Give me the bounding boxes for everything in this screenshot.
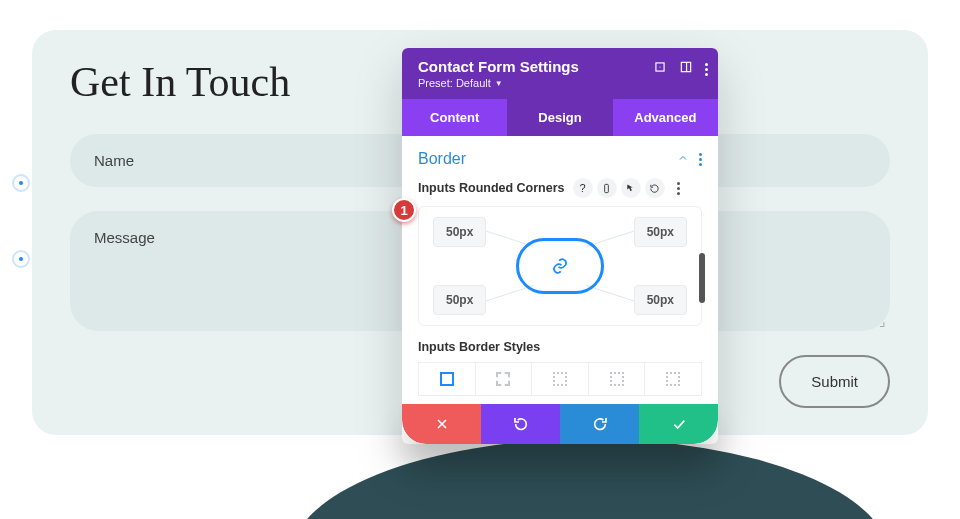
resize-handle-icon: ⌟ <box>879 313 886 329</box>
tab-bar: Content Design Advanced <box>402 99 718 136</box>
decorative-curve <box>290 439 890 519</box>
hover-icon[interactable] <box>621 178 641 198</box>
svg-point-1 <box>659 66 660 67</box>
reset-icon[interactable] <box>645 178 665 198</box>
corner-bottom-left[interactable]: 50px <box>433 285 486 315</box>
section-handle-icon[interactable] <box>12 174 30 192</box>
submit-button[interactable]: Submit <box>779 355 890 408</box>
corner-bottom-right[interactable]: 50px <box>634 285 687 315</box>
option-more-icon[interactable] <box>669 178 689 198</box>
rounded-corners-control: 50px 50px 50px 50px <box>418 206 702 326</box>
undo-button[interactable] <box>481 404 560 444</box>
corner-top-right[interactable]: 50px <box>634 217 687 247</box>
modal-header[interactable]: Contact Form Settings Preset: Default ▼ <box>402 48 718 99</box>
section-handle-icon[interactable] <box>12 250 30 268</box>
preset-label: Preset: Default <box>418 77 491 89</box>
phone-icon[interactable] <box>597 178 617 198</box>
styles-label: Inputs Border Styles <box>418 340 702 354</box>
border-style-dotted[interactable] <box>531 362 588 396</box>
option-label: Inputs Rounded Corners <box>418 181 565 195</box>
close-button[interactable] <box>402 404 481 444</box>
settings-modal: Contact Form Settings Preset: Default ▼ … <box>402 48 718 444</box>
message-placeholder: Message <box>94 229 155 246</box>
border-style-dashed[interactable] <box>475 362 532 396</box>
help-icon[interactable]: ? <box>573 178 593 198</box>
confirm-button[interactable] <box>639 404 718 444</box>
border-style-option[interactable] <box>588 362 645 396</box>
more-icon[interactable] <box>705 60 708 78</box>
annotation-marker: 1 <box>392 198 416 222</box>
section-more-icon[interactable] <box>699 153 702 166</box>
corner-top-left[interactable]: 50px <box>433 217 486 247</box>
tab-design[interactable]: Design <box>507 99 612 136</box>
section-title[interactable]: Border <box>418 150 466 168</box>
border-style-option[interactable] <box>644 362 702 396</box>
collapse-icon[interactable] <box>677 150 689 168</box>
tab-content[interactable]: Content <box>402 99 507 136</box>
scrollbar-thumb[interactable] <box>699 253 705 303</box>
modal-footer <box>402 404 718 444</box>
panel-icon[interactable] <box>679 60 693 78</box>
link-corners-toggle[interactable] <box>516 238 604 294</box>
preset-selector[interactable]: Preset: Default ▼ <box>418 77 702 89</box>
expand-icon[interactable] <box>653 60 667 78</box>
tab-advanced[interactable]: Advanced <box>613 99 718 136</box>
redo-button[interactable] <box>560 404 639 444</box>
link-icon <box>551 257 569 275</box>
border-style-solid[interactable] <box>418 362 475 396</box>
border-styles-row <box>418 362 702 396</box>
svg-rect-4 <box>605 184 609 192</box>
caret-down-icon: ▼ <box>495 79 503 88</box>
